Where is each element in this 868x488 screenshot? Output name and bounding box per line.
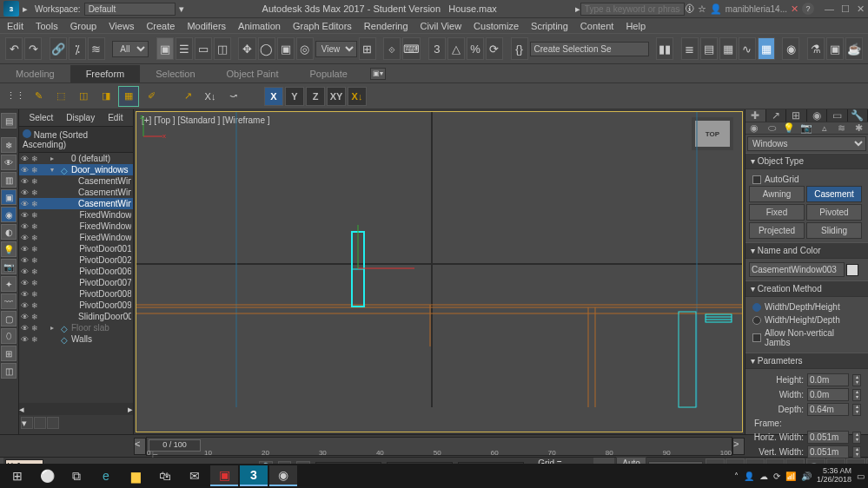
menu-civilview[interactable]: Civil View [421,21,461,31]
tree-row[interactable]: 👁❄SlidingDoor00 [19,311,133,322]
edit-named-sel-button[interactable]: {} [511,37,528,60]
hwidth-spinner[interactable]: ▴▾ [852,432,861,444]
menu-help[interactable]: Help [626,21,646,31]
side-groups-icon[interactable]: ⊞ [1,346,17,361]
render-setup-button[interactable]: ⚗ [807,37,825,60]
step-build-icon[interactable]: ✐ [141,86,162,107]
visibility-icon[interactable]: 👁 [21,211,31,220]
tree-row[interactable]: 👁❄PivotDoor002 [19,254,133,266]
menu-grapheditors[interactable]: Graph Editors [293,21,352,31]
visibility-icon[interactable]: 👁 [21,245,31,254]
tree-row[interactable]: 👁❄PivotDoor001 [19,243,133,254]
snap-toggle-button[interactable]: 3 [428,37,446,60]
freeze-icon[interactable]: ❄ [31,313,42,321]
undo-button[interactable]: ↶ [5,37,23,60]
schematic-view-button[interactable]: ▦ [758,37,775,60]
constrain-xy-button[interactable]: XY [327,87,346,106]
tree-row[interactable]: 👁❄▸0 (default) [19,153,133,164]
side-freeze-icon[interactable]: ❄ [1,137,17,153]
3dsmax-task-icon[interactable]: 3 [240,465,268,486]
percent-snap-button[interactable]: % [467,37,484,60]
visibility-icon[interactable]: 👁 [21,222,31,231]
acrobat-icon[interactable]: ▣ [210,465,238,486]
grips-icon[interactable]: ⋮⋮ [5,86,26,107]
side-geometry-icon[interactable]: ◉ [1,207,17,222]
link-button[interactable]: 🔗 [50,37,67,60]
menu-views[interactable]: Views [109,21,134,31]
search-icon[interactable]: ⚪ [33,465,61,486]
tree-row[interactable]: 👁❄FixedWindow [19,209,133,221]
scene-header[interactable]: Name (Sorted Ascending) [19,127,133,153]
user-link[interactable]: manibhleria14... [726,4,787,14]
star-icon[interactable]: ☆ [698,3,706,15]
menu-customize[interactable]: Customize [474,21,519,31]
menu-group[interactable]: Group [70,21,97,31]
side-lights-icon[interactable]: 💡 [1,241,17,257]
ribbon-tab-objectpaint[interactable]: Object Paint [211,65,295,82]
object-name-input[interactable] [749,262,845,277]
layer-explorer-button[interactable]: ▤ [700,37,718,60]
rect-region-button[interactable]: ▭ [195,37,212,60]
tree-row[interactable]: 👁❄PivotDoor006 [19,266,133,277]
width-input[interactable] [807,388,849,401]
freeze-icon[interactable]: ❄ [31,177,42,186]
move-button[interactable]: ✥ [238,37,255,60]
pivot-button[interactable]: ⊞ [359,37,376,60]
vwidth-spinner[interactable]: ▴▾ [852,446,861,458]
menu-edit[interactable]: Edit [7,21,23,31]
freeze-icon[interactable]: ❄ [31,335,42,344]
cmd-tab-utilities[interactable]: 🔧 [848,109,869,122]
menu-content[interactable]: Content [580,21,614,31]
ribbon-tab-freeform[interactable]: Freeform [70,65,141,82]
scene-tab-edit[interactable]: Edit [108,113,123,122]
opt-casement[interactable]: Casement [806,186,862,202]
side-shapes-icon[interactable]: ◐ [1,224,17,240]
ribbon-tab-modeling[interactable]: Modeling [0,65,70,82]
selection-filter[interactable]: All [112,41,149,57]
tree-row[interactable]: 👁❄PivotDoor009 [19,300,133,311]
side-xref-icon[interactable]: ◫ [1,363,17,379]
height-spinner[interactable]: ▴▾ [852,374,861,386]
time-prev-button[interactable]: < [134,438,146,455]
freeze-icon[interactable]: ❄ [31,267,42,276]
named-selection-input[interactable] [530,42,649,56]
offset-icon[interactable]: X↓ [200,86,221,107]
scene-tab-display[interactable]: Display [66,113,95,122]
freeze-icon[interactable]: ❄ [31,279,42,287]
tree-row[interactable]: 👁❄FixedWindow [19,221,133,232]
visibility-icon[interactable]: 👁 [21,234,31,242]
visibility-icon[interactable]: 👁 [21,166,31,175]
render-button[interactable]: ☕ [845,37,863,60]
maximize-icon[interactable]: ☐ [841,3,850,15]
visibility-icon[interactable]: 👁 [21,279,31,287]
jambs-checkbox[interactable] [752,333,761,342]
explorer-icon[interactable]: ▆ [122,465,149,486]
tray-up-icon[interactable]: ˄ [734,472,739,481]
ribbon-tab-selection[interactable]: Selection [140,65,210,82]
filter-funnel-icon[interactable] [47,417,59,429]
rollout-object-type[interactable]: ▾ Object Type [745,153,868,169]
depth-input[interactable] [807,403,849,416]
rotate-button[interactable]: ◯ [258,37,275,60]
tree-row[interactable]: 👁❄PivotDoor007 [19,277,133,288]
cat-spacewarps-icon[interactable]: ≋ [833,122,851,134]
scale-button[interactable]: ▣ [277,37,295,60]
opt-fixed[interactable]: Fixed [749,204,805,221]
select-object-button[interactable]: ▣ [156,37,174,60]
autogrid-checkbox[interactable] [752,175,761,184]
mail-icon[interactable]: ✉ [181,465,209,486]
info-icon[interactable]: 🛈 [685,3,694,14]
spinner-snap-button[interactable]: ⟳ [486,37,503,60]
freeze-icon[interactable]: ❄ [31,324,42,333]
help-search-input[interactable] [580,3,685,16]
tray-wifi-icon[interactable]: 📶 [785,472,796,481]
visibility-icon[interactable]: 👁 [21,290,31,299]
constrain-z-button[interactable]: Z [306,87,325,106]
taskview-icon[interactable]: ⧉ [63,465,90,486]
curve-editor-button[interactable]: ∿ [739,37,756,60]
visibility-icon[interactable]: 👁 [21,313,31,321]
tray-cloud-icon[interactable]: ☁ [759,472,768,481]
scene-tree[interactable]: 👁❄▸0 (default)👁❄▾◇Door_windows👁❄Casement… [19,153,133,403]
scene-scrollbar[interactable]: ◂▸ [19,403,133,415]
redo-button[interactable]: ↷ [24,37,42,60]
